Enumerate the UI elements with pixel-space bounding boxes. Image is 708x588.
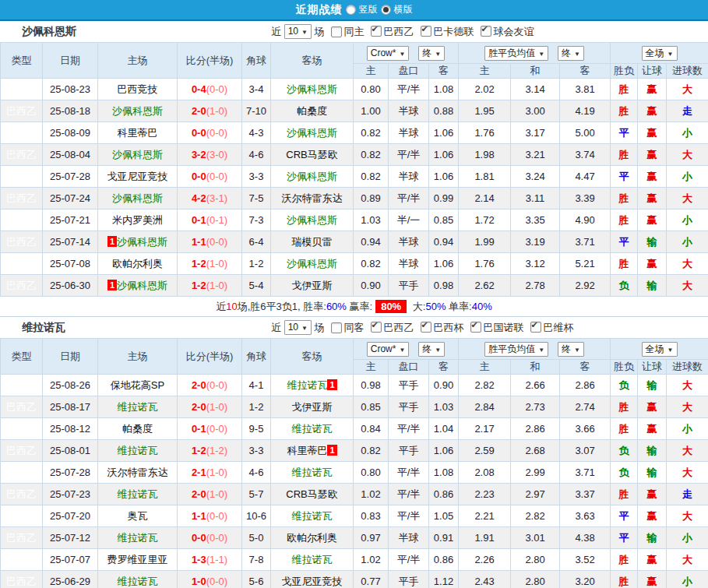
avg-home-cell: 2.08: [459, 462, 511, 484]
avg-home-cell: 2.23: [459, 484, 511, 505]
away-odds-cell: 1.06: [429, 144, 459, 166]
avg-away-cell: 2.74: [560, 396, 611, 418]
handicap-result-cell: 赢: [638, 209, 667, 231]
table-row: 巴西乙25-07-24沙佩科恩斯4-2(3-1)7-5沃尔特雷东达0.89平/半…: [1, 188, 708, 209]
goals-cell: 小: [667, 571, 708, 588]
handicap-result-cell: 赢: [638, 484, 667, 505]
score-cell: 1-2(1-0): [178, 275, 242, 297]
full-time-score: 2-0: [192, 488, 206, 500]
result-cell: 胜: [611, 79, 638, 100]
bookmaker-select[interactable]: Crow*▼: [367, 342, 410, 357]
league-cell: 巴西乙: [1, 122, 43, 144]
avg-draw-cell: 2.82: [511, 505, 560, 527]
home-team-cell: 1沙佩科恩斯: [98, 231, 178, 253]
home-team-cell: 奥瓦: [98, 505, 178, 527]
league-checkbox[interactable]: [371, 322, 382, 333]
same-venue-checkbox[interactable]: [331, 322, 342, 333]
home-odds-cell: 0.82: [354, 122, 389, 144]
away-team-cell: 欧帕尔利奥: [271, 527, 354, 549]
handicap-cell: 平手: [389, 375, 429, 396]
team-link: 沙佩科恩斯: [117, 236, 167, 248]
avg-home-cell: 1.98: [459, 144, 511, 166]
recent-count-select[interactable]: 10▼: [284, 320, 312, 335]
same-venue-label: 同主: [344, 25, 365, 39]
league-label: 巴维杯: [544, 322, 574, 333]
vertical-layout-label[interactable]: 竖版: [359, 3, 378, 16]
league-checkbox[interactable]: [421, 322, 431, 333]
league-checkbox[interactable]: [481, 26, 491, 37]
col-avg-away: 客: [560, 64, 611, 79]
scope-select[interactable]: 全场▼: [642, 46, 678, 61]
avg-away-cell: 3.39: [560, 188, 611, 209]
scope-select[interactable]: 全场▼: [642, 342, 678, 357]
final-odds-select[interactable]: 终▼: [558, 342, 584, 357]
home-team-cell: 科里蒂巴: [98, 122, 178, 144]
away-odds-cell: 1.06: [429, 440, 459, 462]
date-cell: 25-08-01: [43, 440, 98, 462]
league-label: 巴西乙: [384, 322, 414, 333]
handicap-cell: 平/半: [389, 505, 429, 527]
chevron-down-icon: ▼: [301, 29, 308, 36]
away-odds-cell: 0.88: [429, 100, 459, 122]
league-checkbox[interactable]: [530, 322, 541, 333]
final-odds-select[interactable]: 终▼: [418, 342, 445, 357]
full-time-score: 0-0: [192, 171, 206, 182]
bookmaker-select[interactable]: Crow*▼: [367, 46, 410, 61]
half-time-score: (3-1): [206, 192, 227, 204]
recent-count-select[interactable]: 10▼: [284, 24, 312, 39]
league-checkbox[interactable]: [421, 26, 431, 37]
chevron-down-icon: ▼: [538, 51, 544, 58]
handicap-cell: 平/半: [389, 484, 429, 505]
full-time-score: 0-1: [192, 423, 206, 435]
chevron-down-icon: ▼: [574, 347, 580, 354]
home-odds-cell: 0.80: [354, 79, 389, 100]
team-link: 帕桑度: [297, 105, 327, 117]
result-cell: 胜: [611, 396, 638, 418]
result-cell: 胜: [611, 209, 638, 231]
handicap-cell: 平/半: [389, 188, 429, 209]
vertical-layout-radio[interactable]: [346, 5, 356, 15]
table-row: 巴西乙25-08-17维拉诺瓦2-0(1-0)1-2戈伊亚斯0.85平手1.03…: [1, 396, 708, 418]
away-odds-cell: 0.85: [429, 209, 459, 231]
corners-cell: 1-2: [242, 253, 271, 275]
away-team-cell: 戈亚尼亚竞技: [271, 571, 354, 588]
team-link: 沃尔特雷东达: [282, 192, 343, 204]
league-checkbox[interactable]: [371, 26, 382, 37]
col-avg-draw: 和: [511, 360, 560, 375]
handicap-cell: 平手: [389, 396, 429, 418]
away-odds-cell: 1.06: [429, 166, 459, 188]
col-avg-home: 主: [459, 64, 511, 79]
home-odds-cell: 0.84: [354, 418, 389, 440]
col-odds-away: 客: [429, 360, 459, 375]
avg-home-cell: 2.21: [459, 505, 511, 527]
home-team-cell: 维拉诺瓦: [98, 484, 178, 505]
half-time-score: (1-1): [206, 554, 227, 565]
home-odds-cell: 0.82: [354, 440, 389, 462]
league-cell: 巴西乙: [1, 505, 43, 527]
full-time-score: 2-0: [192, 401, 206, 413]
horizontal-layout-label[interactable]: 横版: [394, 3, 413, 16]
goals-cell: 大: [667, 549, 708, 571]
full-time-score: 3-2: [192, 149, 206, 160]
chevron-down-icon: ▼: [538, 347, 544, 354]
avg-draw-cell: 3.35: [511, 209, 560, 231]
away-odds-cell: 0.98: [429, 275, 459, 297]
final-odds-select[interactable]: 终▼: [418, 46, 445, 61]
away-odds-cell: 1.05: [429, 505, 459, 527]
corners-cell: 1-2: [242, 396, 271, 418]
home-team-cell: 沙佩科恩斯: [98, 144, 178, 166]
same-venue-checkbox[interactable]: [331, 26, 342, 37]
avg-odds-select[interactable]: 胜平负均值▼: [484, 342, 548, 357]
avg-odds-select[interactable]: 胜平负均值▼: [484, 46, 548, 61]
col-away: 客场: [271, 43, 354, 79]
horizontal-layout-radio[interactable]: [381, 5, 391, 15]
away-team-cell: 维拉诺瓦1: [271, 375, 354, 396]
league-checkbox[interactable]: [470, 322, 481, 333]
avg-away-cell: 3.63: [560, 505, 611, 527]
team-link: 维拉诺瓦: [287, 379, 327, 391]
summary-segment: 10: [226, 301, 237, 312]
avg-home-cell: 1.76: [459, 122, 511, 144]
chevron-down-icon: ▼: [399, 51, 405, 58]
handicap-cell: 平手: [389, 440, 429, 462]
final-odds-select[interactable]: 终▼: [558, 46, 584, 61]
